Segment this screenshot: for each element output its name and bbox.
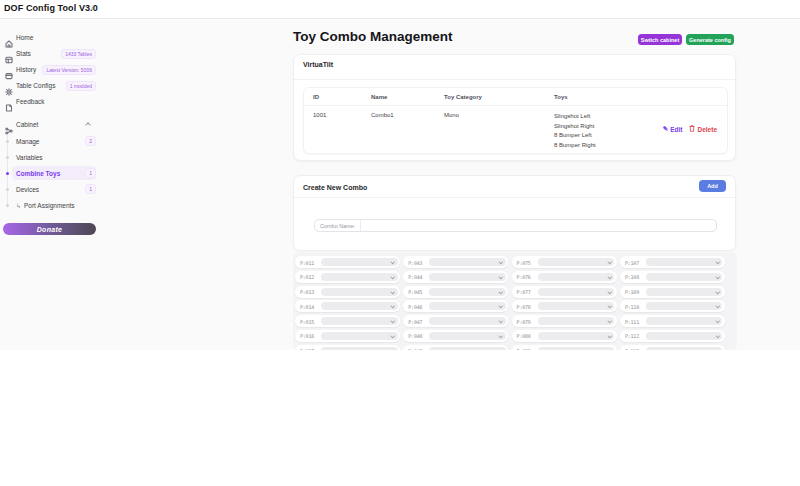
sidebar-item-devices[interactable]: Devices 1 — [0, 181, 100, 197]
port-select[interactable] — [429, 332, 506, 340]
port-select[interactable] — [646, 288, 723, 296]
port-select[interactable] — [538, 258, 615, 266]
sidebar-item-table-configs[interactable]: Table Configs 1 modded — [0, 78, 100, 94]
port-select[interactable] — [321, 273, 398, 281]
chevron-down-icon — [499, 348, 503, 350]
port-label: P:110 — [625, 304, 639, 310]
sidebar-collapse-icon[interactable]: ‹ — [91, 3, 94, 13]
port-select[interactable] — [538, 273, 615, 281]
port-select[interactable] — [538, 317, 615, 325]
tree-bullet — [6, 204, 9, 207]
port-cell: P:045 — [403, 286, 508, 298]
chevron-down-icon — [607, 275, 611, 279]
sidebar-item-stats[interactable]: Stats 1433 Tables — [0, 46, 100, 62]
col-header-name: Name — [371, 94, 387, 100]
port-select[interactable] — [429, 302, 506, 310]
port-select[interactable] — [646, 273, 723, 281]
chevron-up-icon[interactable] — [86, 123, 91, 128]
port-cell: P:047 — [403, 315, 508, 327]
port-label: P:043 — [408, 260, 422, 266]
combo-name-input[interactable] — [361, 220, 716, 231]
sidebar-item-combine-toys[interactable]: Combine Toys 1 — [0, 165, 100, 181]
port-select[interactable] — [538, 332, 615, 340]
sidebar-item-history[interactable]: History Latest Version: 5006 — [0, 62, 100, 78]
port-cell: P:013 — [295, 286, 400, 298]
port-select[interactable] — [321, 332, 398, 340]
port-select[interactable] — [646, 347, 723, 351]
port-cell: P:012 — [295, 271, 400, 283]
port-select[interactable] — [646, 317, 723, 325]
port-label: P:075 — [517, 260, 531, 266]
port-cell: P:015 — [295, 315, 400, 327]
port-select[interactable] — [429, 288, 506, 296]
sidebar-item-variables[interactable]: Variables — [0, 149, 100, 165]
port-select[interactable] — [429, 347, 506, 351]
sidebar-item-feedback[interactable]: Feedback — [0, 94, 100, 110]
chevron-down-icon — [391, 260, 395, 264]
donate-button[interactable]: Donate — [3, 223, 96, 235]
chevron-down-icon — [716, 304, 720, 308]
row-id: 1001 — [313, 112, 326, 118]
generate-config-button[interactable]: Generate config — [686, 34, 734, 45]
port-select[interactable] — [321, 302, 398, 310]
port-cell: P:075 — [512, 256, 617, 268]
switch-cabinet-button[interactable]: Switch cabinet — [638, 34, 682, 45]
port-cell: P:081 — [512, 345, 617, 351]
port-label: P:111 — [625, 319, 639, 325]
chevron-down-icon — [391, 348, 395, 350]
divider — [304, 105, 727, 106]
add-button[interactable]: Add — [699, 180, 726, 192]
port-cell: P:107 — [620, 256, 725, 268]
port-cell: P:113 — [620, 345, 725, 351]
card-title: VirtuaTilt — [303, 61, 333, 68]
indent-arrow-icon: ↳ — [16, 202, 21, 209]
chevron-down-icon — [607, 304, 611, 308]
port-cell: P:078 — [512, 300, 617, 312]
port-select[interactable] — [538, 302, 615, 310]
chevron-down-icon — [716, 319, 720, 323]
port-label: P:045 — [408, 289, 422, 295]
tree-bullet — [6, 156, 9, 159]
manage-badge: 2 — [85, 136, 96, 146]
port-select[interactable] — [538, 288, 615, 296]
port-select[interactable] — [321, 258, 398, 266]
port-label: P:049 — [408, 348, 422, 350]
port-select[interactable] — [538, 347, 615, 351]
history-badge: Latest Version: 5006 — [42, 65, 96, 75]
row-category: Mono — [444, 112, 459, 118]
port-label: P:077 — [517, 289, 531, 295]
port-label: P:015 — [300, 319, 314, 325]
port-select[interactable] — [321, 288, 398, 296]
port-label: P:109 — [625, 289, 639, 295]
combos-table: ID Name Toy Category Toys 1001 Combo1 Mo… — [303, 87, 728, 154]
port-cell: P:046 — [403, 300, 508, 312]
row-toys: Slingshot Left Slingshot Right 8 Bumper … — [554, 112, 596, 150]
port-cell: P:109 — [620, 286, 725, 298]
port-cell: P:079 — [512, 315, 617, 327]
chevron-down-icon — [607, 289, 611, 293]
tree-bullet — [6, 188, 9, 191]
feedback-icon — [5, 98, 13, 106]
port-select[interactable] — [429, 273, 506, 281]
port-cell: P:017 — [295, 345, 400, 351]
sidebar-section-cabinet[interactable]: Cabinet — [0, 117, 100, 133]
chevron-down-icon — [607, 348, 611, 350]
port-label: P:016 — [300, 333, 314, 339]
chevron-down-icon — [499, 304, 503, 308]
port-select[interactable] — [646, 332, 723, 340]
port-label: P:044 — [408, 274, 422, 280]
port-select[interactable] — [646, 258, 723, 266]
delete-button[interactable]: Delete — [689, 125, 717, 133]
port-cell: P:111 — [620, 315, 725, 327]
port-select[interactable] — [646, 302, 723, 310]
toy-name: Slingshot Right — [554, 122, 596, 132]
port-select[interactable] — [321, 347, 398, 351]
port-select[interactable] — [321, 317, 398, 325]
sidebar-item-port-assignments[interactable]: ↳ Port Assignments — [0, 197, 100, 213]
toy-name: 8 Bumper Left — [554, 131, 596, 141]
sidebar-item-manage[interactable]: Manage 2 — [0, 133, 100, 149]
edit-button[interactable]: ✎ Edit — [663, 126, 683, 133]
port-select[interactable] — [429, 317, 506, 325]
port-select[interactable] — [429, 258, 506, 266]
sidebar-item-home[interactable]: Home — [0, 30, 100, 46]
